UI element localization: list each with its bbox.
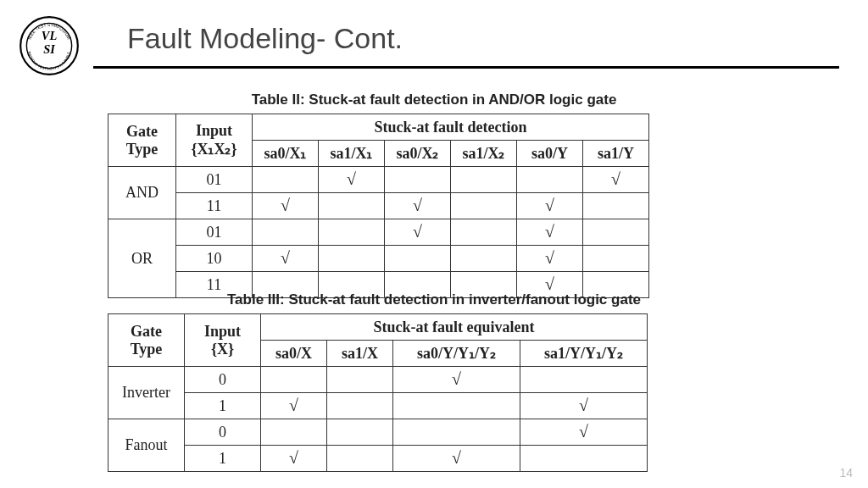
check-icon: √: [545, 196, 554, 214]
mark-cell: [583, 246, 649, 272]
th-sa0x2: sa0/X₂: [385, 141, 451, 167]
table-row: 11√√√: [108, 193, 649, 219]
table3: Gate Type Input{X} Stuck-at fault equiva…: [108, 313, 648, 472]
mark-cell: [327, 367, 393, 393]
th-gate-type: Gate Type: [108, 314, 185, 367]
table-row: 1√√: [108, 393, 648, 419]
mark-cell: √: [517, 219, 583, 246]
input-cell: 1: [185, 446, 261, 472]
mark-cell: [385, 167, 451, 193]
check-icon: √: [452, 369, 461, 388]
table2: Gate Type Input{X₁X₂} Stuck-at fault det…: [108, 114, 649, 298]
svg-text:SI: SI: [43, 42, 55, 56]
mark-cell: √: [393, 367, 520, 393]
table-row: 10√√: [108, 246, 649, 272]
mark-cell: [451, 193, 517, 219]
mark-cell: √: [261, 446, 327, 472]
mark-cell: √: [253, 193, 319, 219]
table-row: Inverter0√: [108, 367, 648, 393]
th-group: Stuck-at fault detection: [253, 114, 649, 141]
gate-cell: Inverter: [108, 367, 185, 419]
mark-cell: [520, 446, 648, 472]
mark-cell: [319, 219, 385, 246]
th-sa0y: sa0/Y/Y₁/Y₂: [393, 341, 520, 367]
mark-cell: [385, 246, 451, 272]
mark-cell: [451, 167, 517, 193]
mark-cell: √: [261, 393, 327, 419]
mark-cell: √: [319, 167, 385, 193]
mark-cell: √: [517, 193, 583, 219]
th-group: Stuck-at fault equivalent: [261, 314, 648, 341]
table-row: Fanout0√: [108, 419, 648, 446]
check-icon: √: [347, 169, 356, 188]
mark-cell: [327, 419, 393, 446]
table3-wrap: Gate Type Input{X} Stuck-at fault equiva…: [108, 313, 648, 472]
table-row: 1√√: [108, 446, 648, 472]
mark-cell: √: [520, 419, 648, 446]
check-icon: √: [579, 396, 588, 414]
input-cell: 10: [176, 246, 253, 272]
th-sa1x1: sa1/X₁: [319, 141, 385, 167]
mark-cell: [451, 246, 517, 272]
check-icon: √: [611, 169, 620, 188]
th-sa1x2: sa1/X₂: [451, 141, 517, 167]
th-input: Input{X}: [185, 314, 261, 367]
mark-cell: [319, 193, 385, 219]
check-icon: √: [413, 222, 422, 241]
gate-cell: OR: [108, 219, 176, 298]
input-cell: 01: [176, 167, 253, 193]
table2-wrap: Gate Type Input{X₁X₂} Stuck-at fault det…: [108, 114, 649, 298]
check-icon: √: [281, 248, 290, 267]
input-cell: 0: [185, 367, 261, 393]
table3-caption: Table III: Stuck-at fault detection in i…: [0, 291, 868, 308]
mark-cell: [451, 219, 517, 246]
mark-cell: [327, 393, 393, 419]
check-icon: √: [545, 274, 554, 293]
input-cell: 1: [185, 393, 261, 419]
mark-cell: [393, 393, 520, 419]
check-icon: √: [579, 422, 588, 441]
th-sa1x: sa1/X: [327, 341, 393, 367]
check-icon: √: [545, 222, 554, 241]
gate-cell: AND: [108, 167, 176, 219]
mark-cell: [327, 446, 393, 472]
mark-cell: [261, 419, 327, 446]
mark-cell: [393, 419, 520, 446]
input-cell: 0: [185, 419, 261, 446]
slide-title: Fault Modeling- Cont.: [127, 22, 403, 55]
mark-cell: [583, 219, 649, 246]
input-cell: 11: [176, 193, 253, 219]
th-input: Input{X₁X₂}: [176, 114, 253, 167]
table-row: AND01√√: [108, 167, 649, 193]
check-icon: √: [452, 448, 461, 467]
page-number: 14: [839, 466, 853, 480]
table2-caption: Table II: Stuck-at fault detection in AN…: [0, 92, 868, 108]
check-icon: √: [545, 248, 554, 267]
input-cell: 01: [176, 219, 253, 246]
mark-cell: [583, 193, 649, 219]
mark-cell: [253, 219, 319, 246]
th-sa0x1: sa0/X₁: [253, 141, 319, 167]
mark-cell: √: [520, 393, 648, 419]
mark-cell: √: [253, 246, 319, 272]
title-underline: [93, 66, 839, 69]
check-icon: √: [281, 196, 290, 214]
gate-cell: Fanout: [108, 419, 185, 472]
check-icon: √: [289, 448, 298, 467]
mark-cell: [253, 167, 319, 193]
mark-cell: √: [385, 193, 451, 219]
mark-cell: [261, 367, 327, 393]
mark-cell: [319, 246, 385, 272]
mark-cell: √: [385, 219, 451, 246]
th-sa1y: sa1/Y: [583, 141, 649, 167]
mark-cell: √: [517, 246, 583, 272]
mark-cell: [517, 167, 583, 193]
th-sa1y: sa1/Y/Y₁/Y₂: [520, 341, 648, 367]
th-gate-type: Gate Type: [108, 114, 176, 167]
svg-text:VL: VL: [42, 29, 58, 42]
mark-cell: √: [393, 446, 520, 472]
check-icon: √: [413, 196, 422, 214]
table-row: OR01√√: [108, 219, 649, 246]
check-icon: √: [289, 396, 298, 414]
mark-cell: [520, 367, 648, 393]
